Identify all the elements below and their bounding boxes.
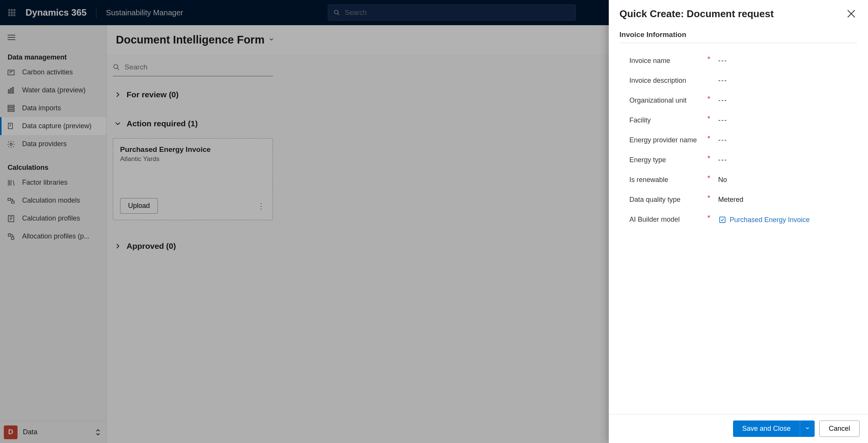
required-icon: * xyxy=(708,135,711,143)
field-ai-model[interactable]: AI Builder model * Purchased Energy Invo… xyxy=(619,209,857,229)
field-label: Energy type xyxy=(629,155,708,164)
field-label: Energy provider name xyxy=(629,135,708,144)
field-is-renewable[interactable]: Is renewable * No xyxy=(619,170,857,190)
ai-model-link-text: Purchased Energy Invoice xyxy=(730,216,810,224)
close-icon[interactable] xyxy=(845,8,857,20)
field-data-quality[interactable]: Data quality type * Metered xyxy=(619,190,857,209)
field-org-unit[interactable]: Organizational unit * --- xyxy=(619,90,857,110)
field-energy-provider[interactable]: Energy provider name * --- xyxy=(619,130,857,150)
required-icon: * xyxy=(708,115,711,123)
ai-model-icon xyxy=(718,216,727,224)
field-invoice-description[interactable]: Invoice description --- xyxy=(619,71,857,90)
field-label: Facility xyxy=(629,115,708,124)
field-value[interactable]: Metered xyxy=(718,194,743,204)
field-value-link[interactable]: Purchased Energy Invoice xyxy=(718,214,810,224)
panel-footer: Save and Close Cancel xyxy=(609,414,868,443)
required-icon: * xyxy=(708,194,711,202)
field-label: Is renewable xyxy=(629,174,708,184)
field-value[interactable]: --- xyxy=(718,75,727,85)
panel-title: Quick Create: Document request xyxy=(619,8,845,20)
field-label: Organizational unit xyxy=(629,95,708,105)
required-icon: * xyxy=(708,214,711,222)
panel-body: Invoice Information Invoice name * --- I… xyxy=(609,27,868,414)
field-invoice-name[interactable]: Invoice name * --- xyxy=(619,51,857,71)
required-icon: * xyxy=(708,155,711,163)
required-icon: * xyxy=(708,95,711,103)
field-label: AI Builder model xyxy=(629,214,708,224)
save-close-split-button: Save and Close xyxy=(733,420,815,437)
field-facility[interactable]: Facility * --- xyxy=(619,110,857,130)
required-icon: * xyxy=(708,174,711,182)
panel-header: Quick Create: Document request xyxy=(609,0,868,27)
svg-rect-29 xyxy=(720,217,725,223)
field-value[interactable]: No xyxy=(718,174,727,184)
field-label: Invoice name xyxy=(629,55,708,65)
quick-create-panel: Quick Create: Document request Invoice I… xyxy=(609,0,868,443)
field-value[interactable]: --- xyxy=(718,55,727,65)
field-energy-type[interactable]: Energy type * --- xyxy=(619,150,857,170)
field-value[interactable]: --- xyxy=(718,135,727,144)
field-value[interactable]: --- xyxy=(718,95,727,105)
field-label: Data quality type xyxy=(629,194,708,204)
divider xyxy=(619,43,857,43)
save-close-menu-button[interactable] xyxy=(800,420,815,437)
field-value[interactable]: --- xyxy=(718,115,727,124)
cancel-button[interactable]: Cancel xyxy=(819,420,860,437)
panel-section-label: Invoice Information xyxy=(619,31,857,39)
field-value[interactable]: --- xyxy=(718,155,727,164)
save-close-button[interactable]: Save and Close xyxy=(733,420,800,437)
required-icon: * xyxy=(708,55,711,63)
field-label: Invoice description xyxy=(629,75,708,85)
